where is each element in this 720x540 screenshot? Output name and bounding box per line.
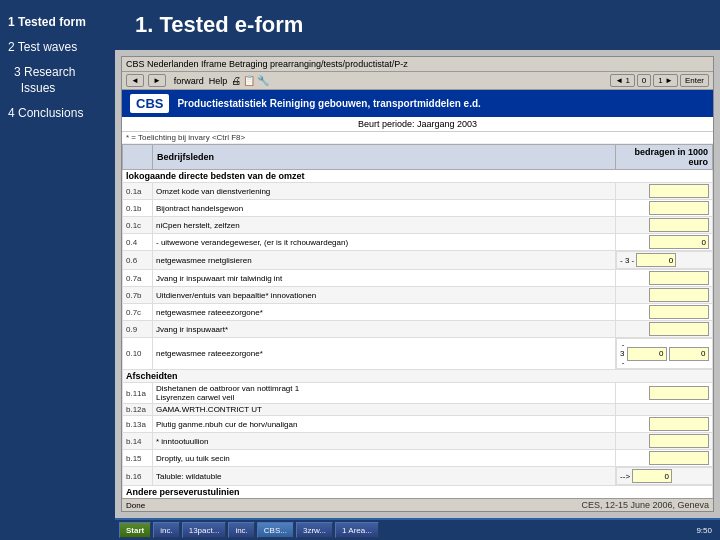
input-0-9[interactable] (649, 322, 709, 336)
input-b-14[interactable] (649, 434, 709, 448)
nav-1[interactable]: ◄ 1 (610, 74, 635, 87)
row-input-cell (616, 234, 713, 251)
row-input-cell (616, 383, 713, 404)
col-header-num (123, 145, 153, 170)
section-1-title: lokogaande directe bedsten van de omzet (123, 170, 713, 183)
settings-icon: 🔧 (257, 75, 269, 86)
row-desc: Piutig ganme.nbuh cur de horv/unaligan (153, 416, 616, 433)
sidebar-item-research-issues[interactable]: 3 Research Issues (0, 60, 115, 102)
nav-0[interactable]: 0 (637, 74, 651, 87)
table-row: b.14 * inntootuullion (123, 433, 713, 450)
row-num: 0.4 (123, 234, 153, 251)
taskbar-btn-3[interactable]: CBS... (257, 522, 294, 538)
row-desc: Dishetanen de oatbroor van nottimragt 1L… (153, 383, 616, 404)
taskbar-clock: 9:50 (692, 526, 716, 535)
input-0-10[interactable] (627, 347, 667, 361)
table-row: 0.1b Bijontract handelsgewon (123, 200, 713, 217)
sidebar-item-tested-form[interactable]: 1 Tested form (0, 10, 115, 35)
nav-controls: ◄ 1 0 1 ► Enter (610, 74, 709, 87)
row-input-cell (616, 450, 713, 467)
table-row: 0.4 - uitwewone verandegeweser, (er is i… (123, 234, 713, 251)
input-0-7c[interactable] (649, 305, 709, 319)
enter-button[interactable]: Enter (680, 74, 709, 87)
input-0-1c[interactable] (649, 218, 709, 232)
row-desc: netgewasmee rnetglisieren (153, 251, 616, 270)
cbs-header: CBS Productiestatistiek Reiniging gebouw… (122, 90, 713, 117)
input-b-16[interactable] (632, 469, 672, 483)
nav-1b[interactable]: 1 ► (653, 74, 678, 87)
taskbar-btn-0[interactable]: inc. (153, 522, 179, 538)
row-input-cell (616, 270, 713, 287)
sidebar-item-conclusions[interactable]: 4 Conclusions (0, 101, 115, 126)
row-num: 0.10 (123, 338, 153, 370)
row-num: b.11a (123, 383, 153, 404)
row-desc: netgewasmee rateeezorgone* (153, 338, 616, 370)
formula-0-10: - 3 - (620, 340, 624, 367)
table-row: 0.1a Omzet kode van dienstverlening (123, 183, 713, 200)
table-row: 0.9 Jvang ir inspuwaart* (123, 321, 713, 338)
cbs-logo: CBS (130, 94, 169, 113)
row-num: b.13a (123, 416, 153, 433)
windows-taskbar: Start inc. 13pact... inc. CBS... 3zrw...… (115, 518, 720, 540)
table-row: 0.7a Jvang ir inspuwaart mir talwindig i… (123, 270, 713, 287)
input-0-1a[interactable] (649, 184, 709, 198)
taskbar-btn-1[interactable]: 13pact... (182, 522, 227, 538)
row-input-cell: - 3 - (616, 251, 712, 269)
row-desc: niCpen herstelt, zelfzen (153, 217, 616, 234)
input-b-13a[interactable] (649, 417, 709, 431)
bottom-note: CES, 12-15 June 2006, Geneva (581, 500, 709, 510)
section-afs-header: Afscheidten (123, 370, 713, 383)
start-button[interactable]: Start (119, 522, 151, 538)
browser-titlebar: CBS Nederlanden Iframe Betraging prearra… (122, 57, 713, 72)
formula-0-6: - 3 - (620, 256, 634, 265)
table-row: 0.10 netgewasmee rateeezorgone* - 3 - (123, 338, 713, 370)
row-input-cell: - 3 - (616, 338, 712, 369)
row-num: b.12a (123, 404, 153, 416)
print-icon: 🖨 (231, 75, 241, 86)
col-header-desc: Bedrijfsleden (153, 145, 616, 170)
table-row: b.16 Taluble: wildatuble --> (123, 467, 713, 486)
row-num: 0.9 (123, 321, 153, 338)
clipboard-icon: 📋 (243, 75, 255, 86)
table-row: b.13a Piutig ganme.nbuh cur de horv/unal… (123, 416, 713, 433)
input-0-6[interactable] (636, 253, 676, 267)
section-andere-header: Andere perseverustulinien (123, 486, 713, 499)
status-text: Done (126, 501, 145, 510)
row-input-cell (616, 217, 713, 234)
browser-window: CBS Nederlanden Iframe Betraging prearra… (121, 56, 714, 512)
input-0-7b[interactable] (649, 288, 709, 302)
browser-toolbar: ◄ ► forward Help 🖨 📋 🔧 ◄ 1 0 1 ► Enter (122, 72, 713, 90)
table-row: 0.7b Uitdienver/entuis van bepaaltie* in… (123, 287, 713, 304)
sidebar: 1 Tested form 2 Test waves 3 Research Is… (0, 0, 115, 540)
back-button[interactable]: ◄ (126, 74, 144, 87)
row-desc: Bijontract handelsgewon (153, 200, 616, 217)
input-0-4[interactable] (649, 235, 709, 249)
row-input-cell: --> (616, 467, 712, 485)
table-row: 0.1c niCpen herstelt, zelfzen (123, 217, 713, 234)
input-0-10b[interactable] (669, 347, 709, 361)
row-input-cell (616, 416, 713, 433)
main-content: 1. Tested e-form CBS Nederlanden Iframe … (115, 0, 720, 540)
taskbar-btn-2[interactable]: inc. (228, 522, 254, 538)
input-0-1b[interactable] (649, 201, 709, 215)
row-num: b.14 (123, 433, 153, 450)
browser-statusbar: Done CES, 12-15 June 2006, Geneva (122, 498, 713, 511)
table-row: b.12a GAMA.WRTH.CONTRICT UT (123, 404, 713, 416)
forward-button[interactable]: ► (148, 74, 166, 87)
row-input-cell (616, 404, 713, 416)
toolbar-label: forward Help (174, 76, 228, 86)
row-num: 0.1c (123, 217, 153, 234)
row-num: 0.1a (123, 183, 153, 200)
row-desc: Taluble: wildatuble (153, 467, 616, 486)
table-row: b.15 Droptiy, uu tuik secin (123, 450, 713, 467)
row-input-cell (616, 433, 713, 450)
row-num: b.16 (123, 467, 153, 486)
taskbar-btn-5[interactable]: 1 Area... (335, 522, 379, 538)
row-desc: * inntootuullion (153, 433, 616, 450)
sidebar-item-test-waves[interactable]: 2 Test waves (0, 35, 115, 60)
taskbar-btn-4[interactable]: 3zrw... (296, 522, 333, 538)
input-b-15[interactable] (649, 451, 709, 465)
table-row: 0.6 netgewasmee rnetglisieren - 3 - (123, 251, 713, 270)
input-b-11a[interactable] (649, 386, 709, 400)
input-0-7a[interactable] (649, 271, 709, 285)
